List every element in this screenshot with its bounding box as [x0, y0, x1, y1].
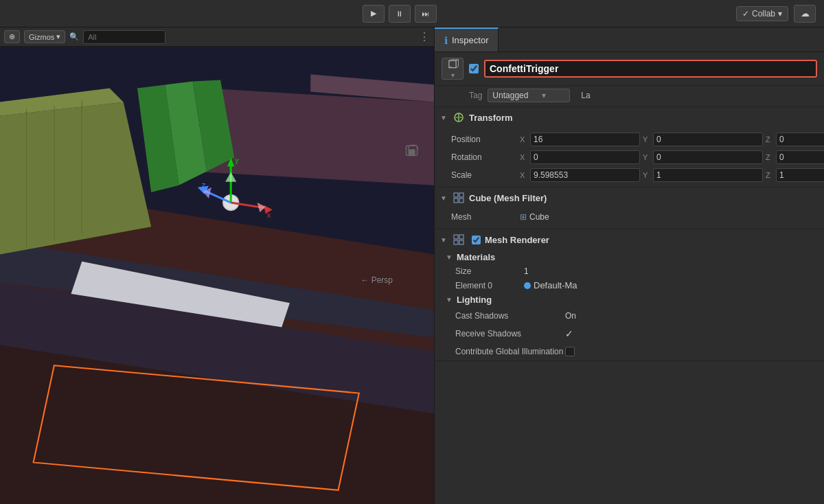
scale-z-input[interactable]: [776, 168, 824, 182]
playback-controls: ▶ ⏸ ⏭: [363, 5, 437, 23]
svg-rect-44: [459, 193, 464, 197]
inspector-panel: ℹ Inspector ▾: [434, 27, 824, 504]
svg-rect-50: [459, 240, 464, 244]
mesh-renderer-icon: [453, 233, 465, 246]
rotation-label: Rotation: [451, 152, 520, 162]
sy-axis-label: Y: [643, 171, 651, 179]
mesh-value-text: Cube: [529, 212, 549, 222]
transform-title: Transform: [469, 113, 513, 123]
mesh-filter-header[interactable]: ▼ Cube (Mesh Filter): [435, 187, 824, 208]
inspector-tab[interactable]: ℹ Inspector: [435, 27, 499, 51]
position-y-input[interactable]: [653, 133, 763, 146]
transform-tool-button[interactable]: ⊕: [4, 30, 20, 43]
scale-y-field: Y: [643, 168, 763, 182]
mesh-filter-section: ▼ Cube (Mesh Filter) Mesh: [435, 187, 824, 229]
mesh-filter-icon: [453, 192, 465, 204]
ry-axis-label: Y: [643, 153, 651, 161]
object-header: ▾: [435, 52, 824, 86]
gizmos-label: Gizmos: [29, 33, 54, 41]
receive-shadows-label: Receive Shadows: [455, 329, 565, 339]
inspector-tab-bar: ℹ Inspector: [435, 27, 824, 52]
mesh-renderer-title: Mesh Renderer: [485, 235, 549, 245]
object-icon: ▾: [442, 58, 464, 80]
element0-text: Default-Ma: [534, 280, 577, 290]
z-axis-label: Z: [766, 135, 774, 144]
size-value: 1: [524, 266, 529, 276]
mesh-renderer-section: ▼ Mesh Renderer: [435, 229, 824, 361]
svg-rect-33: [449, 60, 456, 67]
mesh-row: Mesh ⊞ Cube: [435, 209, 824, 225]
object-name-input[interactable]: [484, 60, 817, 78]
rotation-values: X Y Z: [520, 150, 824, 164]
object-active-checkbox[interactable]: [469, 64, 479, 73]
scene-menu-dots[interactable]: ⋮: [419, 30, 430, 43]
lighting-title: Lighting: [457, 295, 492, 305]
scene-view: ⊕ Gizmos ▾ 🔍 ⋮: [0, 27, 434, 504]
scale-z-field: Z: [766, 168, 824, 182]
contribute-label: Contribute Global Illumination: [455, 347, 565, 356]
position-row: Position X Y Z: [435, 130, 824, 148]
svg-rect-47: [454, 235, 458, 239]
sz-axis-label: Z: [766, 171, 774, 179]
search-input[interactable]: [83, 30, 165, 44]
receive-shadows-row: Receive Shadows ✓: [435, 325, 824, 343]
materials-label: Materials: [457, 252, 495, 262]
transform-header[interactable]: ▼ Transform: [435, 107, 824, 128]
scale-x-input[interactable]: [530, 168, 640, 182]
tag-row: Tag Untagged ▾ La: [435, 86, 824, 107]
svg-rect-49: [454, 240, 458, 244]
tag-dropdown[interactable]: Untagged ▾: [488, 89, 570, 102]
rotation-x-input[interactable]: [530, 150, 640, 164]
position-x-input[interactable]: [530, 133, 640, 146]
position-values: X Y Z: [520, 133, 824, 146]
mesh-filter-collapse-arrow: ▼: [440, 194, 448, 202]
step-button[interactable]: ⏭: [415, 5, 437, 23]
cast-shadows-row: Cast Shadows On: [435, 307, 824, 325]
lighting-sub-header: ▼ Lighting: [435, 293, 824, 307]
collab-button[interactable]: ✓ Collab ▾: [736, 6, 788, 21]
element0-label: Element 0: [455, 281, 524, 290]
scale-row: Scale X Y Z: [435, 166, 824, 184]
position-label: Position: [451, 135, 520, 144]
mesh-renderer-collapse-arrow: ▼: [440, 236, 448, 244]
mesh-value: ⊞ Cube: [520, 212, 549, 222]
transform-section: ▼ Transform Position: [435, 107, 824, 187]
receive-shadows-checkmark: ✓: [565, 328, 573, 339]
tag-value: Untagged: [492, 91, 528, 100]
transform-fields: Position X Y Z: [435, 128, 824, 187]
rotation-z-input[interactable]: [776, 150, 824, 164]
position-z-input[interactable]: [776, 133, 824, 146]
svg-rect-32: [409, 149, 415, 155]
materials-size-row: Size 1: [435, 264, 824, 278]
svg-text:z: z: [202, 181, 206, 189]
search-icon: 🔍: [69, 32, 79, 41]
mesh-renderer-header[interactable]: ▼ Mesh Renderer: [435, 229, 824, 250]
lighting-collapse-arrow[interactable]: ▼: [446, 296, 453, 303]
contribute-checkbox[interactable]: [565, 347, 575, 356]
persp-label: ← Persp: [360, 275, 393, 285]
top-toolbar: ▶ ⏸ ⏭ ✓ Collab ▾ ☁: [0, 0, 824, 27]
rotation-row: Rotation X Y Z: [435, 148, 824, 166]
object-expand-arrow[interactable]: ▾: [451, 71, 455, 79]
x-axis-label: X: [520, 135, 528, 144]
scene-canvas: y z x: [0, 47, 434, 504]
cloud-button[interactable]: ☁: [794, 5, 816, 23]
rotation-x-field: X: [520, 150, 640, 164]
rotation-y-field: Y: [643, 150, 763, 164]
gizmos-button[interactable]: Gizmos ▾: [24, 30, 65, 43]
receive-shadows-value: ✓: [565, 328, 573, 339]
inspector-content[interactable]: ▾ Tag Untagged ▾ La ▼: [435, 52, 824, 504]
scale-x-field: X: [520, 168, 640, 182]
position-z-field: Z: [766, 133, 824, 146]
scale-values: X Y Z: [520, 168, 824, 182]
scale-y-input[interactable]: [653, 168, 763, 182]
svg-rect-46: [459, 198, 464, 203]
play-button[interactable]: ▶: [363, 5, 385, 23]
collab-arrow-icon: ▾: [778, 9, 782, 19]
pause-button[interactable]: ⏸: [389, 5, 411, 23]
rotation-y-input[interactable]: [653, 150, 763, 164]
materials-collapse-arrow[interactable]: ▼: [446, 253, 453, 261]
toolbar-right: ✓ Collab ▾ ☁: [736, 5, 816, 23]
mesh-renderer-active-checkbox[interactable]: [472, 236, 481, 244]
collab-label: Collab: [752, 9, 775, 19]
